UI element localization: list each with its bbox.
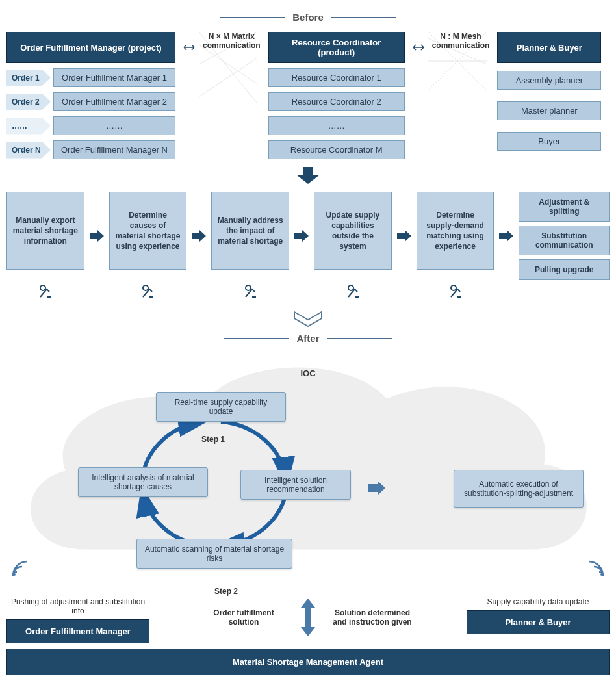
worker-icon xyxy=(38,283,53,298)
mid-left-text: Order fulfillment solution xyxy=(198,608,289,626)
transition-chevron-icon xyxy=(6,309,610,328)
mesh-lines-icon xyxy=(199,25,394,123)
mesh-lines-icon xyxy=(428,25,616,123)
bottom-block: Pushing of adjustment and substitution i… xyxy=(6,597,610,675)
wifi-icon xyxy=(10,559,30,580)
cloud-container: IOC Real-time supply capability update I… xyxy=(6,353,610,600)
ofm-item: Order Fulfillment Manager 1 xyxy=(53,68,175,87)
worker-icon xyxy=(243,283,259,298)
arrow-right-icon xyxy=(498,192,515,280)
divider xyxy=(224,338,289,339)
process-outputs: Adjustment & splitting Substitution comm… xyxy=(519,192,610,280)
bidir-arrow xyxy=(183,32,195,63)
svg-line-3 xyxy=(199,45,257,84)
process-step: Manually export material shortage inform… xyxy=(6,192,84,270)
ofm-column: Order Fulfillment Manager (project) Orde… xyxy=(6,32,175,159)
ofm-item: Order Fulfillment Manager 2 xyxy=(53,92,175,111)
process-step: Update supply capabilities outside the s… xyxy=(314,192,392,270)
left-note: Pushing of adjustment and substitution i… xyxy=(6,597,149,615)
wifi-icon xyxy=(586,559,606,580)
before-header: Before xyxy=(6,12,610,23)
ofm-header: Order Fulfillment Manager (project) xyxy=(6,32,175,63)
updown-arrow-icon xyxy=(298,597,318,638)
svg-line-2 xyxy=(199,58,257,97)
step1-label: Step 1 xyxy=(201,435,225,444)
process-output: Adjustment & splitting xyxy=(519,192,610,222)
svg-point-9 xyxy=(600,573,603,576)
divider xyxy=(331,17,396,18)
svg-line-7 xyxy=(428,38,487,64)
down-arrow-icon xyxy=(6,166,610,185)
agent-bar: Material Shortage Management Agent xyxy=(6,649,610,675)
worker-icon xyxy=(448,283,464,298)
divider xyxy=(220,17,285,18)
order-chevron: Order 2 xyxy=(6,94,51,110)
cycle-node-top: Real-time supply capability update xyxy=(156,392,286,422)
process-step: Determine causes of material shortage us… xyxy=(109,192,187,270)
ofm-item: Order Fulfillment Manager N xyxy=(53,140,175,159)
planner-item: Buyer xyxy=(497,132,601,151)
order-chevron: Order N xyxy=(6,142,51,159)
before-title: Before xyxy=(292,12,324,23)
ioc-label: IOC xyxy=(300,368,315,378)
after-title: After xyxy=(296,333,319,344)
mid-right-text: Solution determined and instruction give… xyxy=(327,608,418,626)
worker-icon-row xyxy=(6,283,610,300)
svg-line-0 xyxy=(199,32,257,103)
arrow-right-icon xyxy=(367,480,387,498)
process-output: Substitution communication xyxy=(519,226,610,255)
roles-row: Order Fulfillment Manager (project) Orde… xyxy=(6,32,610,159)
arrow-right-icon xyxy=(396,192,413,280)
auto-execution-box: Automatic execution of substitution-spli… xyxy=(454,470,584,508)
order-chevron: Order 1 xyxy=(6,70,51,86)
process-step: Manually address the impact of material … xyxy=(211,192,289,270)
rc-item: Resource Coordinator M xyxy=(268,140,405,159)
divider xyxy=(327,338,392,339)
process-row: Manually export material shortage inform… xyxy=(6,192,610,280)
matrix-comm-label: N × M Matrix communication xyxy=(203,32,261,50)
worker-icon xyxy=(140,283,156,298)
cycle-diagram: Real-time supply capability update Intel… xyxy=(91,389,338,567)
cycle-node-bottom: Automatic scanning of material shortage … xyxy=(136,539,292,569)
mesh-comm-label: N : M Mesh communication xyxy=(432,32,490,50)
svg-line-1 xyxy=(199,32,257,64)
after-header: After xyxy=(6,333,610,344)
cycle-node-left: Intelligent analysis of material shortag… xyxy=(78,467,208,497)
cycle-node-right: Intelligent solution recommendation xyxy=(240,470,351,500)
arrow-right-icon xyxy=(293,192,310,280)
bidir-arrow xyxy=(413,32,424,63)
svg-point-8 xyxy=(13,573,16,576)
worker-icon xyxy=(346,283,361,298)
process-step: Determine supply-demand matching using e… xyxy=(417,192,494,270)
step2-label: Step 2 xyxy=(214,587,238,596)
left-role-bar: Order Fulfillment Manager xyxy=(6,619,149,643)
order-chevron-dots: …… xyxy=(6,118,51,135)
arrow-right-icon xyxy=(190,192,207,280)
ofm-item-dots: …… xyxy=(53,116,175,135)
right-note: Supply capability data update xyxy=(467,597,610,606)
arrow-right-icon xyxy=(88,192,105,280)
process-output: Pulling upgrade xyxy=(519,259,610,280)
right-role-bar: Planner & Buyer xyxy=(467,610,610,634)
